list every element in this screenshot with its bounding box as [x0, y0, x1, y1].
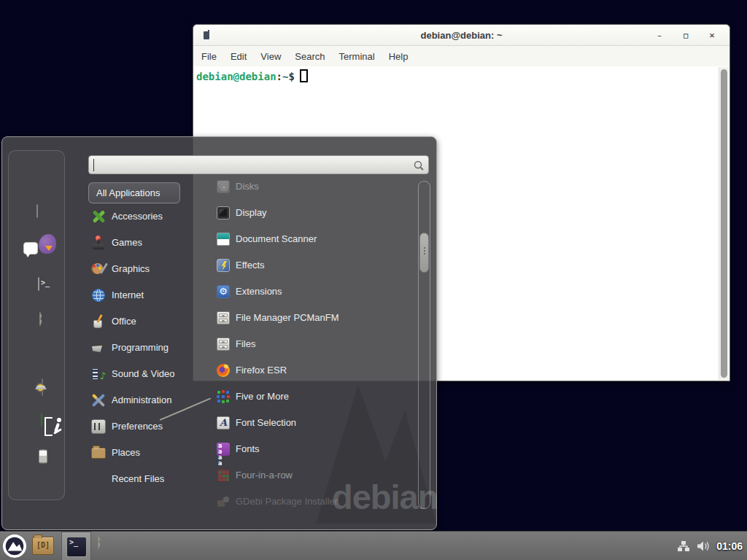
- app-item-disks[interactable]: Disks: [217, 174, 414, 200]
- app-item-label: Document Scanner: [236, 226, 317, 252]
- office-icon: [91, 314, 106, 329]
- display-icon: [217, 206, 230, 219]
- shut-down-icon[interactable]: [42, 449, 44, 463]
- category-label: Games: [112, 230, 142, 256]
- category-label: Administration: [112, 387, 171, 413]
- category-preferences[interactable]: Preferences: [88, 413, 195, 440]
- category-label: Sound & Video: [112, 361, 175, 387]
- gdebi-icon: [217, 495, 230, 508]
- menu-help[interactable]: Help: [389, 51, 409, 62]
- category-label: Recent Files: [112, 466, 164, 492]
- extensions-gear-icon: [217, 285, 230, 298]
- prompt-dollar: $: [288, 71, 294, 82]
- favorites-strip: [8, 150, 65, 500]
- app-item-four-in-a-row[interactable]: Four-in-a-row: [217, 462, 414, 489]
- app-item-gdebi[interactable]: GDebi Package Installer: [217, 489, 414, 515]
- app-list-scrollbar[interactable]: [418, 181, 430, 509]
- disks-icon: [217, 180, 230, 193]
- system-tray: 01:06: [677, 532, 743, 560]
- app-menu-button[interactable]: [2, 534, 27, 559]
- taskbar-terminal-window-button[interactable]: [61, 532, 91, 560]
- all-applications-button[interactable]: All Applications: [88, 182, 180, 203]
- app-item-label: Display: [236, 200, 267, 226]
- menu-view[interactable]: View: [260, 51, 281, 62]
- effects-icon: [217, 259, 230, 272]
- category-label: Internet: [112, 282, 144, 308]
- four-in-a-row-icon: [217, 469, 230, 482]
- prompt-colon: :: [276, 71, 282, 82]
- app-item-label: Five or More: [236, 384, 289, 410]
- category-graphics[interactable]: Graphics: [88, 256, 195, 282]
- app-item-file-manager-pcmanfm[interactable]: File Manager PCManFM: [217, 305, 414, 331]
- preferences-icon: [91, 419, 106, 434]
- places-folder-icon: [91, 448, 106, 459]
- category-internet[interactable]: Internet: [88, 282, 195, 308]
- terminal-scrollbar-thumb[interactable]: [721, 69, 727, 378]
- terminal-title: debian@debian: ~: [193, 25, 729, 46]
- firefox-icon: [217, 364, 230, 377]
- taskbar-clock[interactable]: 01:06: [716, 540, 743, 552]
- app-item-display[interactable]: Display: [217, 200, 414, 226]
- text-caret: [93, 159, 94, 171]
- software-manager-icon[interactable]: [36, 204, 38, 218]
- minimize-button[interactable]: –: [654, 30, 665, 42]
- menu-file[interactable]: File: [201, 51, 217, 62]
- close-button[interactable]: ✕: [706, 30, 718, 42]
- app-item-label: Extensions: [236, 279, 282, 305]
- category-administration[interactable]: Administration: [88, 387, 195, 413]
- menu-edit[interactable]: Edit: [231, 51, 247, 62]
- app-item-extensions[interactable]: Extensions: [217, 279, 414, 305]
- games-icon: [91, 236, 106, 250]
- app-list-scrollbar-thumb[interactable]: [419, 233, 429, 273]
- administration-icon: [91, 393, 106, 408]
- category-places[interactable]: Places: [88, 440, 195, 466]
- app-item-label: GDebi Package Installer: [236, 489, 338, 515]
- app-item-label: File Manager PCManFM: [236, 305, 339, 331]
- graphics-icon: [91, 262, 106, 276]
- terminal-prompt: debian@debian:~$: [193, 66, 729, 85]
- app-item-label: Disks: [236, 174, 259, 200]
- app-item-label: Font Selection: [236, 410, 296, 436]
- app-item-label: Effects: [236, 252, 265, 279]
- file-cabinet-icon: [217, 311, 230, 324]
- search-input[interactable]: [88, 155, 429, 174]
- app-item-firefox-esr[interactable]: Firefox ESR: [217, 357, 414, 384]
- maximize-button[interactable]: ◻: [680, 30, 692, 42]
- category-recent-files[interactable]: Recent Files: [88, 466, 195, 492]
- terminal-scrollbar[interactable]: [719, 67, 729, 380]
- category-programming[interactable]: Programming: [88, 335, 195, 361]
- app-item-label: Firefox ESR: [236, 357, 287, 384]
- terminal-menubar: File Edit View Search Terminal Help: [193, 46, 729, 66]
- app-item-label: Fonts: [236, 436, 260, 462]
- application-menu: debian All Applications Accessories: [1, 136, 437, 530]
- menu-terminal[interactable]: Terminal: [339, 51, 375, 62]
- app-item-fonts[interactable]: Fonts: [217, 436, 414, 462]
- file-manager-launcher[interactable]: [98, 535, 99, 549]
- category-office[interactable]: Office: [88, 308, 195, 335]
- volume-icon[interactable]: [697, 540, 710, 552]
- network-icon[interactable]: [677, 540, 690, 552]
- file-cabinet-icon: [217, 338, 230, 351]
- terminal-icon[interactable]: [38, 277, 39, 291]
- app-item-document-scanner[interactable]: Document Scanner: [217, 226, 414, 252]
- sound-video-icon: ♪: [91, 367, 106, 381]
- terminal-icon: [66, 537, 87, 557]
- category-accessories[interactable]: Accessories: [88, 203, 195, 230]
- app-item-five-or-more[interactable]: Five or More: [217, 384, 414, 410]
- file-manager-icon[interactable]: [39, 312, 41, 326]
- terminal-titlebar[interactable]: debian@debian: ~ – ◻ ✕: [193, 25, 729, 46]
- category-label: Programming: [112, 335, 169, 361]
- app-item-effects[interactable]: Effects: [217, 252, 414, 279]
- taskbar: [D] 01:06: [0, 531, 747, 560]
- menu-search[interactable]: Search: [295, 51, 325, 62]
- desktop-folder-launcher[interactable]: [D]: [32, 537, 54, 555]
- category-label: Office: [112, 308, 136, 335]
- app-item-font-selection[interactable]: Font Selection: [217, 410, 414, 436]
- five-or-more-dots-icon: [217, 390, 230, 403]
- category-sound-video[interactable]: ♪ Sound & Video: [88, 361, 195, 387]
- app-item-files[interactable]: Files: [217, 331, 414, 357]
- accessories-icon: [91, 209, 106, 224]
- desktop: debian@debian: ~ – ◻ ✕ File Edit View Se…: [0, 0, 747, 560]
- category-games[interactable]: Games: [88, 230, 195, 256]
- log-out-icon[interactable]: [41, 413, 42, 427]
